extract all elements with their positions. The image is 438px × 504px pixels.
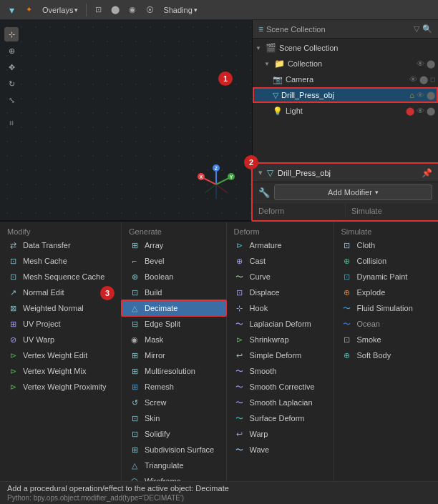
menu-item-multiresolution[interactable]: ⊞ Multiresolution bbox=[122, 363, 226, 379]
drill-vis-icon[interactable]: 👁 bbox=[417, 91, 424, 99]
menu-item-solidify[interactable]: ⊡ Solidify bbox=[122, 426, 226, 442]
add-modifier-button[interactable]: Add Modifier ▾ bbox=[274, 184, 432, 200]
menu-item-wave[interactable]: 〜 Wave bbox=[227, 442, 334, 458]
menu-item-laplacian-deform[interactable]: 〜 Laplacian Deform bbox=[227, 316, 334, 332]
menu-item-explode[interactable]: ⊕ Explode bbox=[334, 285, 439, 300]
viewport-3d[interactable]: ⊹ ⊕ ✥ ↻ ⤡ ⌗ Z Y X bbox=[0, 20, 252, 220]
cam-select-icon[interactable]: ◻ bbox=[430, 76, 435, 83]
menu-item-mesh-cache[interactable]: ⊡ Mesh Cache bbox=[0, 253, 121, 269]
cam-vis-icon[interactable]: 👁 bbox=[409, 75, 417, 84]
outliner-item-collection[interactable]: 📁 Collection 👁 ⬤ bbox=[253, 56, 438, 71]
menu-item-fluid-simulation[interactable]: 〜 Fluid Simulation bbox=[334, 300, 439, 316]
outliner-item-light[interactable]: 💡 Light ⬤ 👁 ⬤ bbox=[253, 103, 438, 119]
menu-item-triangulate[interactable]: △ Triangulate bbox=[122, 458, 226, 473]
menu-item-cloth[interactable]: ⊡ Cloth bbox=[334, 237, 439, 253]
outliner-item-camera[interactable]: 📷 Camera 👁 ⬤ ◻ bbox=[253, 71, 438, 87]
light-vis-icon[interactable]: 👁 bbox=[417, 107, 424, 115]
menu-columns: Modify ⇄ Data Transfer ⊡ Mesh Cache ⊡ Me… bbox=[0, 222, 438, 481]
menu-item-simple-deform[interactable]: ↩ Simple Deform bbox=[227, 347, 334, 363]
warp-icon: ↩ bbox=[234, 428, 245, 440]
menu-item-smooth-corrective[interactable]: 〜 Smooth Corrective bbox=[227, 379, 334, 395]
menu-item-remesh[interactable]: ⊞ Remesh bbox=[122, 379, 226, 395]
vw-edit-icon: ⊳ bbox=[7, 350, 19, 361]
menu-item-data-transfer[interactable]: ⇄ Data Transfer bbox=[0, 237, 121, 253]
filter-icon[interactable]: ▽ bbox=[414, 24, 419, 34]
menu-item-smooth[interactable]: 〜 Smooth bbox=[227, 363, 334, 379]
menu-item-soft-body[interactable]: ⊕ Soft Body bbox=[334, 347, 439, 363]
cloth-icon: ⊡ bbox=[341, 239, 353, 251]
render-icon[interactable]: ⬤ bbox=[427, 59, 435, 69]
menu-item-weighted-normal[interactable]: ⊠ Weighted Normal bbox=[0, 300, 121, 316]
viewport-shading-render[interactable]: ⦿ bbox=[142, 3, 157, 17]
menu-item-smoke[interactable]: ⊡ Smoke bbox=[334, 332, 439, 347]
menu-col-deform: Deform ⊳ Armature ⊕ Cast 〜 Curve ⊡ Displ… bbox=[227, 222, 334, 481]
visibility-icon[interactable]: 👁 bbox=[417, 59, 424, 68]
icon-camera: 📷 bbox=[273, 75, 283, 84]
light-extra-icon: ⬤ bbox=[406, 107, 414, 116]
displace-icon: ⊡ bbox=[234, 287, 245, 298]
menu-item-dynamic-paint[interactable]: ⊡ Dynamic Paint bbox=[334, 269, 439, 285]
data-transfer-icon: ⇄ bbox=[7, 239, 19, 251]
smoke-icon: ⊡ bbox=[341, 334, 353, 345]
viewport-shading-material[interactable]: ◉ bbox=[125, 3, 140, 17]
menu-item-skin[interactable]: ⊡ Skin bbox=[122, 410, 226, 426]
menu-item-uv-warp[interactable]: ⊘ UV Warp bbox=[0, 332, 121, 347]
search-icon[interactable]: 🔍 bbox=[422, 24, 432, 34]
menu-item-curve[interactable]: 〜 Curve bbox=[227, 269, 334, 285]
menu-item-subdivision-surface[interactable]: ⊞ Subdivision Surface bbox=[122, 442, 226, 458]
menu-item-mirror[interactable]: ⊞ Mirror bbox=[122, 347, 226, 363]
light-render-icon[interactable]: ⬤ bbox=[427, 107, 435, 116]
menu-item-vertex-weight-mix[interactable]: ⊳ Vertex Weight Mix bbox=[0, 363, 121, 379]
explode-icon: ⊕ bbox=[341, 287, 353, 298]
viewport-shading-wire[interactable]: ⊡ bbox=[91, 3, 105, 17]
pin-icon[interactable]: 📌 bbox=[422, 168, 432, 178]
curve-icon: 〜 bbox=[234, 271, 245, 282]
shading-dropdown[interactable]: Shading ▾ bbox=[160, 4, 200, 16]
menu-item-cast[interactable]: ⊕ Cast bbox=[227, 253, 334, 269]
menu-item-vertex-weight-proximity[interactable]: ⊳ Vertex Weight Proximity bbox=[0, 379, 121, 395]
modify-header: Modify bbox=[0, 224, 121, 237]
menu-item-edge-split[interactable]: ⊟ Edge Split bbox=[122, 316, 226, 332]
drill-render-icon[interactable]: ⬤ bbox=[427, 91, 435, 100]
menu-item-displace[interactable]: ⊡ Displace bbox=[227, 285, 334, 300]
camera-label: Camera bbox=[286, 75, 407, 84]
build-icon: ⊡ bbox=[129, 287, 140, 298]
menu-item-uv-project[interactable]: ⊞ UV Project bbox=[0, 316, 121, 332]
menu-item-collision[interactable]: ⊕ Collision bbox=[334, 253, 439, 269]
menu-item-build[interactable]: ⊡ Build bbox=[122, 285, 226, 300]
menu-item-mesh-sequence-cache[interactable]: ⊡ Mesh Sequence Cache bbox=[0, 269, 121, 285]
menu-item-array[interactable]: ⊞ Array bbox=[122, 237, 226, 253]
menu-item-armature[interactable]: ⊳ Armature bbox=[227, 237, 334, 253]
step-3-badge: 3 bbox=[100, 286, 115, 300]
menu-item-surface-deform[interactable]: 〜 Surface Deform bbox=[227, 410, 334, 426]
menu-item-warp[interactable]: ↩ Warp bbox=[227, 426, 334, 442]
outliner-item-scene-collection[interactable]: 🎬 Scene Collection bbox=[253, 40, 438, 56]
blender-icon[interactable]: ✦ bbox=[21, 3, 36, 17]
menu-item-hook[interactable]: ⊹ Hook bbox=[227, 300, 334, 316]
menu-item-bevel[interactable]: ⌐ Bevel bbox=[122, 253, 226, 269]
menu-item-wireframe[interactable]: ⬡ Wireframe bbox=[122, 473, 226, 481]
cam-render-icon[interactable]: ⬤ bbox=[419, 75, 428, 84]
menu-item-ocean[interactable]: 〜 Ocean bbox=[334, 316, 439, 332]
viewport: ▾ ✦ Overlays ▾ ⊡ ⬤ ◉ ⦿ Shading ▾ ⊹ ⊕ ✥ ↻… bbox=[0, 0, 438, 222]
dynamic-paint-icon: ⊡ bbox=[341, 271, 353, 282]
view-menu[interactable]: ▾ bbox=[4, 3, 19, 17]
overlays-dropdown[interactable]: Overlays ▾ bbox=[39, 4, 82, 16]
outliner-item-drill-press[interactable]: ▽ Drill_Press_obj ⌂ 👁 ⬤ bbox=[253, 87, 438, 103]
menu-item-boolean[interactable]: ⊕ Boolean bbox=[122, 269, 226, 285]
menu-item-mask[interactable]: ◉ Mask bbox=[122, 332, 226, 347]
menu-item-screw[interactable]: ↺ Screw bbox=[122, 395, 226, 410]
step-1-badge: 1 bbox=[218, 71, 233, 86]
menu-item-vertex-weight-edit[interactable]: ⊳ Vertex Weight Edit bbox=[0, 347, 121, 363]
skin-icon: ⊡ bbox=[129, 412, 140, 424]
edge-split-icon: ⊟ bbox=[129, 318, 140, 330]
tooltip-content: Add a procedural operation/effect to the… bbox=[7, 484, 229, 502]
viewport-shading-solid[interactable]: ⬤ bbox=[108, 3, 122, 17]
menu-col-simulate: Simulate ⊡ Cloth ⊕ Collision ⊡ Dynamic P… bbox=[334, 222, 439, 481]
menu-item-decimate[interactable]: △ Decimate bbox=[122, 300, 226, 316]
step-2-badge: 2 bbox=[244, 155, 258, 169]
menu-item-smooth-laplacian[interactable]: 〜 Smooth Laplacian bbox=[227, 395, 334, 410]
armature-icon: ⊳ bbox=[234, 239, 245, 251]
light-label: Light bbox=[286, 107, 403, 115]
menu-item-shrinkwrap[interactable]: ⊳ Shrinkwrap bbox=[227, 332, 334, 347]
